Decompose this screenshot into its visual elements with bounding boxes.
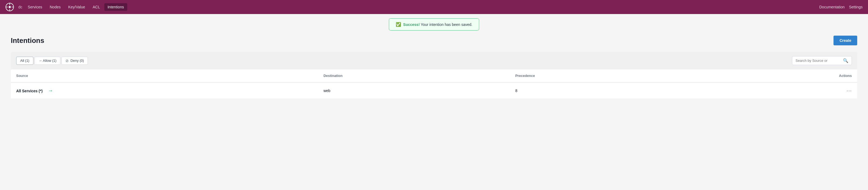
create-button[interactable]: Create bbox=[834, 36, 857, 45]
row-destination: web bbox=[318, 82, 510, 99]
svg-point-1 bbox=[9, 6, 11, 8]
nav-keyvalue[interactable]: Key/Value bbox=[65, 3, 88, 11]
source-label: All Services (*) bbox=[16, 89, 42, 93]
table-header-row: Source Destination Precedence Actions bbox=[11, 70, 857, 82]
consul-logo bbox=[5, 3, 14, 11]
row-actions[interactable]: ··· bbox=[706, 82, 857, 99]
col-precedence: Precedence bbox=[510, 70, 706, 82]
row-source: All Services (*) → bbox=[11, 82, 318, 99]
navbar-right: Documentation Settings bbox=[819, 5, 863, 9]
filter-deny-label: Deny (0) bbox=[70, 59, 84, 63]
nav-services[interactable]: Services bbox=[25, 3, 45, 11]
col-destination: Destination bbox=[318, 70, 510, 82]
main-content: ✅ Success! Your intention has been saved… bbox=[0, 14, 868, 190]
success-text: Success! Your intention has been saved. bbox=[403, 22, 472, 27]
table-row: All Services (*) → web 8 ··· bbox=[11, 82, 857, 99]
col-source: Source bbox=[11, 70, 318, 82]
allow-arrow-icon: → bbox=[48, 87, 53, 93]
success-banner: ✅ Success! Your intention has been saved… bbox=[389, 18, 479, 30]
filter-tabs: All (1) → Allow (1) ⊘ Deny (0) bbox=[16, 57, 88, 65]
row-precedence: 8 bbox=[510, 82, 706, 99]
success-message: Your intention has been saved. bbox=[421, 22, 472, 27]
filter-deny[interactable]: ⊘ Deny (0) bbox=[61, 57, 88, 65]
filter-all[interactable]: All (1) bbox=[16, 57, 33, 65]
search-icon: 🔍 bbox=[843, 58, 848, 63]
nav-nodes[interactable]: Nodes bbox=[46, 3, 64, 11]
intentions-table: Source Destination Precedence Actions Al… bbox=[11, 70, 857, 99]
filter-allow[interactable]: → Allow (1) bbox=[34, 57, 60, 65]
actions-menu-button[interactable]: ··· bbox=[846, 87, 852, 93]
page-title: Intentions bbox=[11, 36, 44, 45]
navbar: dc Services Nodes Key/Value ACL Intentio… bbox=[0, 0, 868, 14]
nav-links: Services Nodes Key/Value ACL Intentions bbox=[25, 3, 819, 11]
deny-icon: ⊘ bbox=[65, 59, 69, 63]
dc-label: dc bbox=[18, 5, 22, 9]
page-header: Intentions Create bbox=[11, 36, 857, 45]
table-container: Source Destination Precedence Actions Al… bbox=[11, 70, 857, 99]
filter-bar: All (1) → Allow (1) ⊘ Deny (0) 🔍 bbox=[11, 52, 857, 70]
nav-intentions[interactable]: Intentions bbox=[104, 3, 127, 11]
search-input[interactable] bbox=[796, 59, 841, 63]
documentation-link[interactable]: Documentation bbox=[819, 5, 844, 9]
success-bold-text: Success! bbox=[403, 22, 420, 27]
col-actions: Actions bbox=[706, 70, 857, 82]
nav-acl[interactable]: ACL bbox=[90, 3, 103, 11]
settings-link[interactable]: Settings bbox=[849, 5, 863, 9]
search-container: 🔍 bbox=[792, 56, 852, 65]
success-check-icon: ✅ bbox=[396, 22, 401, 27]
